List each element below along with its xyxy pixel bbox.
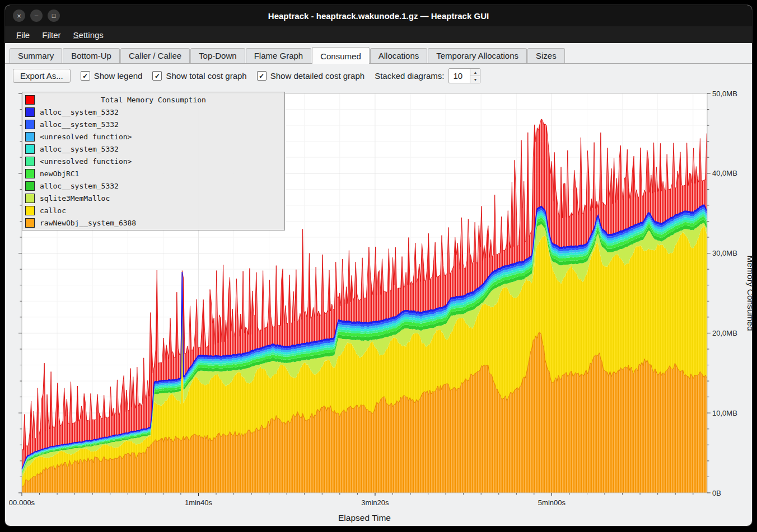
- toolbar: Export As... ✓Show legend✓Show total cos…: [5, 64, 752, 87]
- maximize-icon[interactable]: □: [48, 10, 60, 22]
- x-tick-label: 3min20s: [361, 498, 389, 507]
- legend-label: calloc: [40, 206, 66, 215]
- chart-legend: Total Memory Consumptionalloc__system_53…: [22, 92, 285, 230]
- x-tick-label: 5min00s: [538, 498, 566, 507]
- legend-item: alloc__system_5332: [22, 118, 284, 130]
- tab-allocations[interactable]: Allocations: [370, 48, 428, 63]
- legend-swatch: [25, 120, 35, 129]
- legend-swatch: [25, 194, 35, 203]
- window-title: Heaptrack - heaptrack.wakunode.1.gz — He…: [5, 11, 752, 21]
- legend-item: calloc: [22, 204, 284, 216]
- minimize-icon[interactable]: −: [30, 10, 43, 22]
- legend-item: <unresolved function>: [22, 155, 284, 167]
- tab-top-down[interactable]: Top-Down: [190, 48, 245, 63]
- checkbox-box[interactable]: ✓: [152, 71, 162, 81]
- chart-area: 00.000s1min40s3min20s5min00s0B10,0MB20,0…: [8, 88, 752, 526]
- x-tick-label: 00.000s: [9, 498, 35, 507]
- legend-swatch: [25, 169, 35, 178]
- tab-consumed[interactable]: Consumed: [312, 47, 370, 64]
- legend-label: <unresolved function>: [40, 133, 132, 141]
- legend-label: <unresolved function>: [40, 157, 132, 166]
- tab-bar: SummaryBottom-UpCaller / CalleeTop-DownF…: [5, 43, 752, 64]
- checkbox-label: Show total cost graph: [166, 71, 246, 81]
- y-tick-label: 0B: [712, 489, 721, 497]
- menu-bar: FileFilterSettings: [5, 26, 752, 43]
- legend-swatch: [25, 132, 35, 142]
- legend-label: alloc__system_5332: [40, 182, 119, 190]
- checkbox-box[interactable]: ✓: [257, 71, 267, 81]
- y-tick-label: 10,0MB: [712, 409, 737, 417]
- tab-summary[interactable]: Summary: [10, 48, 62, 63]
- legend-swatch: [25, 144, 35, 154]
- legend-item: <unresolved function>: [22, 130, 284, 143]
- legend-item: alloc__system_5332: [22, 180, 284, 192]
- legend-item: sqlite3MemMalloc: [22, 192, 284, 204]
- legend-label: Total Memory Consumption: [22, 96, 284, 104]
- legend-swatch: [25, 181, 35, 191]
- tab-bottom-up[interactable]: Bottom-Up: [63, 48, 120, 63]
- legend-item: rawNewObj__system_6388: [22, 216, 284, 229]
- checkbox-show-total-cost-graph[interactable]: ✓Show total cost graph: [152, 71, 246, 81]
- x-tick-label: 1min40s: [185, 498, 213, 507]
- stacked-diagrams-spinbox[interactable]: 10 ▲ ▼: [448, 68, 480, 83]
- legend-item: alloc__system_5332: [22, 143, 284, 155]
- legend-swatch: [25, 107, 35, 117]
- tab-caller-callee[interactable]: Caller / Callee: [120, 48, 190, 63]
- stacked-diagrams-value[interactable]: 10: [449, 69, 470, 83]
- checkbox-show-legend[interactable]: ✓Show legend: [81, 71, 143, 81]
- y-axis-title: Memory Consumed: [746, 255, 753, 331]
- x-axis-title: Elapsed Time: [338, 513, 391, 522]
- y-tick-label: 40,0MB: [712, 169, 737, 177]
- menu-file[interactable]: File: [11, 29, 35, 41]
- legend-swatch: [25, 95, 35, 105]
- legend-item: newObjRC1: [22, 167, 284, 180]
- checkbox-box[interactable]: ✓: [81, 71, 90, 81]
- export-as-button[interactable]: Export As...: [13, 69, 71, 83]
- checkbox-show-detailed-cost-graph[interactable]: ✓Show detailed cost graph: [257, 71, 365, 81]
- tab-temporary-allocations[interactable]: Temporary Allocations: [428, 48, 527, 63]
- y-tick-label: 30,0MB: [712, 249, 737, 257]
- legend-label: alloc__system_5332: [40, 145, 119, 153]
- legend-label: alloc__system_5332: [40, 108, 119, 116]
- menu-settings[interactable]: Settings: [68, 29, 109, 41]
- legend-label: rawNewObj__system_6388: [40, 219, 136, 227]
- legend-title-row: Total Memory Consumption: [22, 93, 284, 106]
- window-controls: × − □: [13, 10, 60, 22]
- legend-item: alloc__system_5332: [22, 106, 284, 118]
- legend-swatch: [25, 157, 35, 166]
- y-tick-label: 20,0MB: [712, 329, 737, 337]
- legend-label: sqlite3MemMalloc: [40, 194, 110, 203]
- menu-filter[interactable]: Filter: [36, 29, 66, 41]
- spin-buttons: ▲ ▼: [470, 69, 480, 83]
- checkbox-label: Show legend: [94, 71, 143, 81]
- tab-flame-graph[interactable]: Flame Graph: [246, 48, 312, 63]
- y-tick-label: 50,0MB: [712, 90, 737, 98]
- close-icon[interactable]: ×: [13, 10, 25, 22]
- stacked-diagrams-label: Stacked diagrams:: [375, 71, 444, 81]
- legend-label: alloc__system_5332: [40, 120, 119, 129]
- spin-up-icon[interactable]: ▲: [470, 69, 480, 76]
- tab-sizes[interactable]: Sizes: [527, 48, 565, 63]
- app-window: × − □ Heaptrack - heaptrack.wakunode.1.g…: [4, 4, 753, 526]
- legend-swatch: [25, 206, 35, 215]
- legend-label: newObjRC1: [40, 170, 79, 178]
- spin-down-icon[interactable]: ▼: [470, 76, 480, 83]
- title-bar: × − □ Heaptrack - heaptrack.wakunode.1.g…: [5, 5, 752, 26]
- stacked-diagrams-control: Stacked diagrams: 10 ▲ ▼: [375, 68, 480, 83]
- checkbox-label: Show detailed cost graph: [270, 71, 365, 81]
- legend-swatch: [25, 218, 35, 228]
